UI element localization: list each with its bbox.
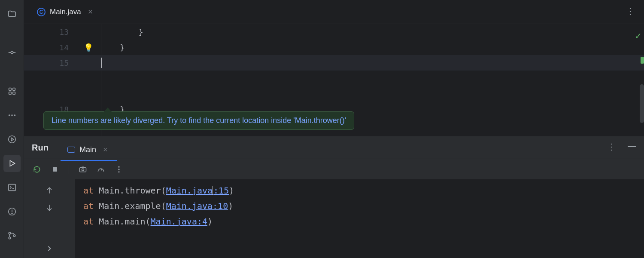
services-icon[interactable] [3, 131, 21, 148]
svg-point-7 [8, 114, 10, 116]
caret [101, 58, 102, 68]
profiler-icon[interactable] [97, 165, 105, 174]
commit-icon[interactable] [3, 44, 21, 61]
editor-kebab-icon[interactable]: ⋮ [626, 7, 635, 15]
stack-frame: at Main.example(Main.java:10) [83, 198, 635, 214]
project-icon[interactable] [3, 5, 21, 22]
svg-rect-13 [8, 184, 15, 191]
svg-marker-11 [11, 138, 14, 141]
vcs-icon[interactable] [3, 227, 21, 244]
left-tool-rail [0, 0, 24, 258]
structure-icon[interactable] [3, 83, 21, 100]
minimize-icon[interactable] [628, 146, 636, 147]
run-title: Run [32, 143, 49, 153]
class-icon: C [37, 8, 46, 16]
navigation-tooltip: Line numbers are likely diverged. Try to… [43, 111, 354, 130]
marker[interactable] [641, 57, 644, 64]
lightbulb-icon[interactable]: 💡 [84, 43, 93, 52]
svg-point-0 [11, 51, 13, 54]
close-icon[interactable]: × [85, 7, 96, 17]
expand-icon[interactable] [45, 244, 54, 253]
code-text: } [101, 28, 143, 37]
close-icon[interactable]: × [100, 145, 110, 154]
stack-link[interactable]: Main.java:10 [166, 201, 228, 211]
svg-marker-12 [10, 161, 15, 166]
code-text [101, 58, 102, 68]
editor-tab[interactable]: C Main.java × [32, 3, 100, 21]
more-icon[interactable] [3, 107, 21, 124]
run-side-toolbar [24, 179, 75, 258]
svg-point-23 [118, 166, 119, 167]
svg-rect-5 [9, 92, 11, 95]
svg-point-18 [9, 237, 11, 239]
line-number: 13 [24, 28, 76, 37]
stack-link[interactable]: Main.java:4 [151, 216, 207, 227]
code-text: } [101, 43, 125, 52]
run-header: Run Main × ⋮ [24, 136, 644, 159]
svg-point-22 [82, 169, 84, 171]
editor-tab-bar: C Main.java × [24, 0, 644, 24]
run-config-name: Main [79, 145, 96, 154]
problems-icon[interactable] [3, 203, 21, 220]
rerun-icon[interactable] [33, 165, 41, 174]
run-config-tab[interactable]: Main × [64, 141, 114, 159]
svg-point-25 [118, 171, 119, 172]
svg-point-10 [8, 136, 15, 143]
run-icon[interactable] [3, 155, 21, 172]
scroll-thumb[interactable] [640, 84, 644, 123]
main-area: C Main.java × ⋮ 13 }14💡 }1518 } ✓ Line n… [24, 0, 644, 258]
svg-rect-3 [9, 88, 11, 91]
svg-point-8 [11, 114, 13, 116]
code-line[interactable]: 14💡 } [24, 40, 644, 55]
terminal-icon[interactable] [3, 179, 21, 196]
svg-rect-20 [53, 167, 57, 172]
screenshot-icon[interactable] [79, 165, 87, 174]
stack-frame: at Main.main(Main.java:4) [83, 214, 635, 229]
run-panel: Run Main × ⋮ [24, 136, 644, 258]
run-body: at Main.thrower(Main.java:15) at Main.ex… [24, 179, 644, 258]
stop-icon[interactable] [51, 165, 59, 174]
run-kebab-icon[interactable]: ⋮ [607, 142, 616, 151]
line-number: 15 [24, 58, 76, 68]
separator [69, 165, 69, 174]
line-number: 14 [24, 43, 76, 52]
code-line[interactable]: 15 [24, 55, 644, 71]
svg-point-16 [12, 213, 12, 214]
app-icon [67, 147, 75, 153]
editor-tab-title: Main.java [50, 8, 81, 16]
stack-link[interactable]: Main.java:15 [166, 185, 229, 196]
run-more-icon[interactable] [115, 165, 123, 174]
svg-point-17 [9, 232, 11, 234]
svg-rect-21 [80, 167, 86, 172]
code-editor[interactable]: 13 }14💡 }1518 } ✓ Line numbers are likel… [24, 24, 644, 136]
svg-rect-6 [12, 92, 15, 95]
check-icon: ✓ [635, 31, 642, 41]
svg-point-24 [118, 169, 119, 170]
console-output[interactable]: at Main.thrower(Main.java:15) at Main.ex… [75, 179, 644, 258]
code-line[interactable]: 13 } [24, 24, 644, 40]
svg-point-9 [14, 114, 15, 116]
code-line[interactable] [24, 71, 644, 86]
scroll-up-icon[interactable] [45, 186, 54, 195]
code-line[interactable] [24, 86, 644, 101]
svg-rect-4 [12, 88, 15, 91]
run-toolbar [24, 159, 644, 179]
scroll-down-icon[interactable] [45, 203, 54, 212]
svg-point-19 [13, 235, 15, 237]
stack-frame: at Main.thrower(Main.java:15) [83, 183, 635, 198]
